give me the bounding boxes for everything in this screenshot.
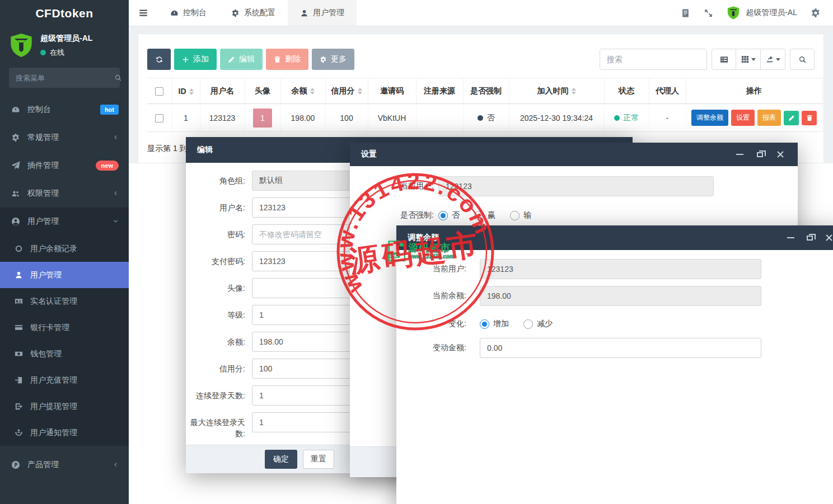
confirm-button[interactable]: 确定 [265, 450, 297, 469]
modal-title: 调整余额 [408, 233, 439, 243]
col-balance[interactable]: 余额 [280, 78, 325, 104]
refresh-button[interactable] [147, 49, 171, 70]
document-icon[interactable] [681, 8, 690, 18]
sidebar-item-deposits[interactable]: 用户充值管理 [0, 367, 129, 393]
circle-icon [15, 244, 23, 253]
tab-system-config[interactable]: 系统配置 [219, 0, 288, 26]
current-user-input[interactable] [480, 259, 761, 279]
col-reg-source: 注册来源 [416, 78, 463, 104]
search-icon [114, 74, 122, 82]
caret-down-icon [776, 58, 780, 61]
settings-gears-icon[interactable] [811, 8, 821, 18]
hot-badge: hot [100, 105, 119, 115]
sidebar-search-input[interactable] [16, 74, 114, 82]
settings-modal-header[interactable]: 设置 [350, 143, 798, 166]
row-settings-button[interactable]: 设置 [731, 110, 755, 126]
trash-icon [274, 56, 281, 63]
modal-title: 编辑 [197, 145, 213, 155]
col-id[interactable]: ID [172, 78, 200, 104]
force-flag: 否 [478, 113, 495, 123]
tab-dashboard[interactable]: 控制台 [158, 0, 219, 26]
close-icon[interactable] [776, 150, 784, 158]
table-search-input[interactable] [600, 49, 707, 70]
close-icon[interactable] [825, 234, 833, 242]
table-toolbar: 添加 编辑 删除 更多 [147, 49, 815, 70]
pencil-icon [788, 115, 795, 121]
fullscreen-icon[interactable] [704, 8, 713, 18]
force-option-win[interactable]: 赢 [474, 210, 495, 220]
user-menu[interactable]: 超级管理员-AL [727, 6, 797, 20]
navbar-user-name: 超级管理员-AL [746, 8, 797, 18]
col-agent: 代理人 [649, 78, 686, 104]
maximize-icon[interactable] [807, 235, 813, 241]
sidebar-item-dashboard[interactable]: 控制台 hot [0, 96, 129, 124]
sidebar-item-wallets[interactable]: 钱包管理 [0, 341, 129, 367]
cell-invite-code: VbKtUH [368, 104, 416, 132]
row-delete-button[interactable] [802, 111, 817, 125]
force-option-no[interactable]: 否 [438, 210, 460, 220]
change-option-decrease[interactable]: 减少 [523, 319, 553, 329]
col-credit[interactable]: 信用分 [325, 78, 368, 104]
change-option-increase[interactable]: 增加 [480, 319, 509, 329]
advanced-search-button[interactable] [790, 49, 815, 70]
current-user-input[interactable] [438, 176, 714, 196]
adjust-balance-modal: 调整余额 当前用户: 当前余额: 变化: 增加 减少 [396, 225, 833, 504]
force-option-lose[interactable]: 输 [510, 210, 531, 220]
sidebar-item-general[interactable]: 常规管理 [0, 124, 129, 152]
minimize-icon[interactable] [736, 154, 743, 155]
sidebar-item-permissions[interactable]: 权限管理 [0, 180, 129, 208]
sidebar-item-balance-records[interactable]: 用户余额记录 [0, 235, 129, 262]
report-button[interactable]: 报表 [757, 110, 781, 126]
tab-label: 用户管理 [313, 8, 344, 18]
chevron-left-icon [113, 133, 119, 142]
sidebar-item-products[interactable]: 产品管理 [0, 451, 129, 479]
new-badge: new [96, 161, 119, 171]
select-all-checkbox[interactable] [155, 87, 163, 96]
sidebar-item-user-management[interactable]: 用户管理 [0, 262, 129, 288]
sign-out-icon [15, 402, 23, 411]
online-status-label: 在线 [50, 48, 64, 58]
row-edit-button[interactable] [784, 111, 799, 125]
edit-button[interactable]: 编辑 [220, 49, 263, 70]
sidebar-item-withdrawals[interactable]: 用户提现管理 [0, 393, 129, 420]
sidebar-item-plugins[interactable]: 插件管理 new [0, 152, 129, 180]
sidebar-item-user-mgmt-parent[interactable]: 用户管理 [0, 208, 129, 235]
sidebar-item-label: 钱包管理 [30, 349, 119, 359]
more-button[interactable]: 更多 [312, 49, 354, 70]
col-join-time[interactable]: 加入时间 [509, 78, 604, 104]
brand-shield-logo [9, 33, 34, 58]
adjust-balance-button[interactable]: 调整余额 [691, 110, 728, 126]
credit-card-icon [15, 323, 23, 332]
cell-id: 1 [172, 104, 200, 132]
col-avatar: 头像 [245, 78, 280, 104]
sidebar-toggle-button[interactable] [129, 0, 158, 26]
wallet-icon [15, 350, 23, 358]
sidebar-item-label: 用户管理 [30, 270, 119, 280]
change-amount-input[interactable] [480, 338, 761, 358]
current-balance-input[interactable] [480, 286, 761, 306]
sidebar-item-notifications[interactable]: 用户通知管理 [0, 420, 129, 446]
app-window: CFDtoken 超级管理员-AL 在线 控制台 hot 常规管理 插件管理 n… [0, 0, 833, 504]
export-button[interactable] [761, 49, 785, 70]
adjust-balance-modal-header[interactable]: 调整余额 [396, 225, 833, 250]
tab-user-management[interactable]: 用户管理 [288, 0, 357, 26]
sidebar-item-label: 权限管理 [27, 189, 113, 199]
sidebar-item-label: 实名认证管理 [30, 296, 119, 307]
gear-icon [320, 56, 327, 63]
sidebar-item-bank-cards[interactable]: 银行卡管理 [0, 314, 129, 341]
avatar[interactable]: 1 [253, 109, 272, 128]
col-status: 状态 [604, 78, 649, 104]
reset-button[interactable]: 重置 [303, 450, 334, 469]
minimize-icon[interactable] [787, 237, 794, 238]
delete-button[interactable]: 删除 [266, 49, 308, 70]
sidebar-item-label: 用户提现管理 [30, 402, 119, 412]
row-checkbox[interactable] [155, 114, 163, 123]
chevron-left-icon [113, 460, 119, 469]
toggle-view-button[interactable] [712, 49, 736, 70]
trash-icon [806, 115, 813, 121]
search-icon [798, 55, 807, 64]
add-button[interactable]: 添加 [174, 49, 217, 70]
columns-button[interactable] [736, 49, 761, 70]
maximize-icon[interactable] [757, 152, 763, 157]
sidebar-item-kyc[interactable]: 实名认证管理 [0, 288, 129, 314]
